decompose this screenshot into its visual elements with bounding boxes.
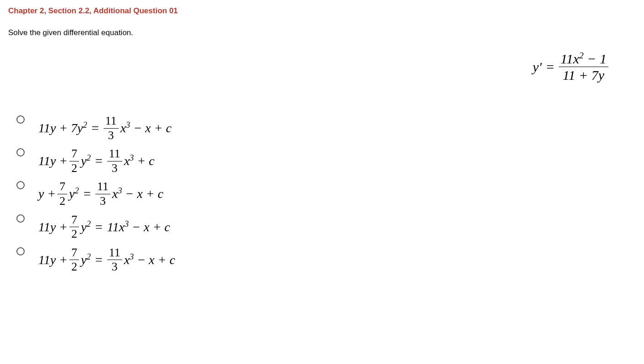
frac-den: 3: [110, 260, 120, 274]
question-prompt: Solve the given differential equation.: [8, 28, 636, 37]
opt-left-frac: 7 2: [58, 180, 67, 208]
frac-den: 3: [106, 129, 116, 142]
option-math: 11y + 7 2 y2 = 11 3 x3 − x + c: [38, 246, 175, 274]
opt-left-suffix: y2: [69, 187, 79, 200]
frac-num: 11: [104, 114, 119, 129]
answer-options: 11y + 7y2 = 11 3 x3 − x + c 11y + 7 2 y2…: [16, 114, 636, 274]
opt-right-frac: 11 3: [95, 180, 110, 208]
opt-left-suffix: y2: [81, 155, 91, 167]
frac-num: 7: [58, 180, 67, 194]
radio-button[interactable]: [16, 115, 25, 124]
opt-eq: =: [93, 254, 105, 266]
option-row: 11y + 7 2 y2 = 11 3 x3 − x + c: [16, 246, 636, 274]
frac-den: 2: [69, 260, 79, 274]
frac-num: 7: [69, 246, 79, 260]
opt-eq: =: [93, 221, 105, 234]
eq-equals: =: [546, 59, 554, 75]
question-title: Chapter 2, Section 2.2, Additional Quest…: [8, 6, 636, 16]
opt-eq: =: [81, 187, 94, 200]
opt-frac: 11 3: [104, 114, 119, 142]
option-math: y + 7 2 y2 = 11 3 x3 − x + c: [38, 180, 163, 208]
opt-left-prefix: 11y +: [38, 155, 68, 167]
option-row: 11y + 7 2 y2 = 11 3 x3 + c: [16, 147, 636, 175]
option-math: 11y + 7 2 y2 = 11 3 x3 + c: [38, 147, 155, 175]
opt-left-frac: 7 2: [69, 147, 79, 175]
opt-left-suffix: y2: [81, 221, 91, 234]
opt-left-suffix: y2: [81, 254, 91, 266]
frac-num: 7: [69, 147, 79, 161]
eq-lhs: y′: [533, 59, 542, 75]
opt-right: 11x3 − x + c: [107, 221, 170, 234]
opt-right-frac: 11 3: [107, 147, 122, 175]
frac-num: 11: [95, 180, 110, 194]
equation-display: y′ = 11x2 − 1 11 + 7y: [8, 51, 636, 83]
option-math: 11y + 7 2 y2 = 11x3 − x + c: [38, 213, 170, 241]
frac-num: 11: [107, 246, 122, 260]
radio-button[interactable]: [16, 181, 25, 189]
opt-left: 11y + 7y2: [38, 122, 87, 135]
eq-fraction: 11x2 − 1 11 + 7y: [559, 51, 608, 83]
option-math: 11y + 7y2 = 11 3 x3 − x + c: [38, 114, 172, 142]
opt-right: x3 − x + c: [112, 187, 163, 200]
radio-button[interactable]: [16, 247, 25, 255]
opt-right-frac: 11 3: [107, 246, 122, 274]
opt-right: x3 − x + c: [120, 122, 172, 135]
opt-right: x3 − x + c: [124, 254, 175, 266]
opt-left-prefix: y +: [38, 187, 56, 200]
radio-button[interactable]: [16, 214, 25, 223]
frac-den: 3: [98, 194, 108, 208]
frac-num: 7: [69, 213, 79, 228]
frac-den: 2: [58, 194, 67, 208]
eq-denominator: 11 + 7y: [561, 67, 606, 83]
opt-eq: =: [89, 122, 102, 135]
opt-left-prefix: 11y +: [38, 254, 68, 266]
frac-den: 3: [110, 161, 120, 175]
opt-right: x3 + c: [124, 155, 155, 167]
opt-eq: =: [93, 155, 105, 167]
opt-left-prefix: 11y +: [38, 221, 68, 234]
frac-num: 11: [107, 147, 122, 161]
opt-left-frac: 7 2: [69, 246, 79, 274]
option-row: 11y + 7y2 = 11 3 x3 − x + c: [16, 114, 636, 142]
option-row: 11y + 7 2 y2 = 11x3 − x + c: [16, 213, 636, 241]
frac-den: 2: [69, 227, 79, 241]
frac-den: 2: [69, 161, 79, 175]
opt-left-frac: 7 2: [69, 213, 79, 241]
eq-numerator: 11x2 − 1: [559, 51, 608, 67]
option-row: y + 7 2 y2 = 11 3 x3 − x + c: [16, 180, 636, 208]
radio-button[interactable]: [16, 148, 25, 156]
